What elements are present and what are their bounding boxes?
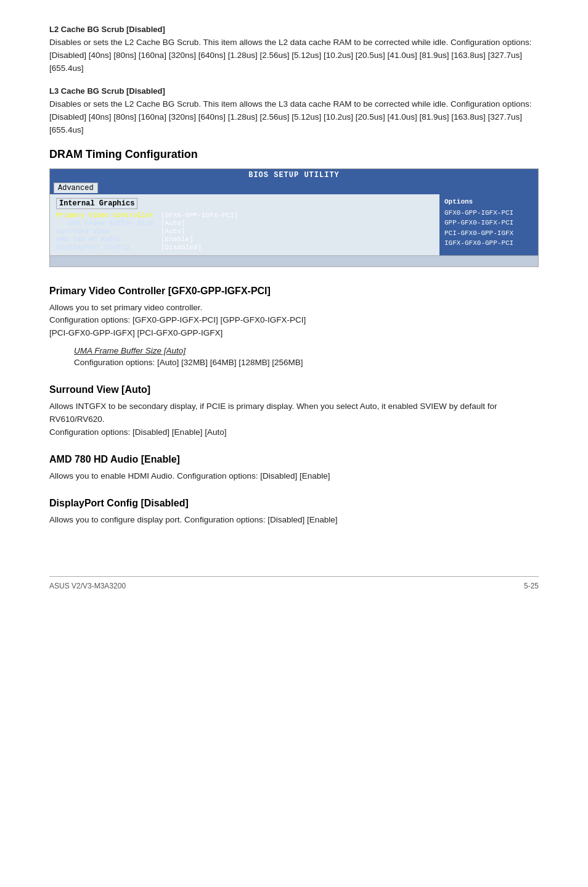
l3-cache-section: L3 Cache BG Scrub [Disabled] Disables or… <box>49 86 539 137</box>
bios-title-bar: BIOS SETUP UTILITY <box>50 169 538 181</box>
bios-row-label-3: AMD 780 HD Audio <box>56 236 161 243</box>
bios-row-label-0: Primary Video Controller <box>56 212 161 219</box>
amd-audio-body: Allows you to enable HDMI Audio. Configu… <box>49 470 539 483</box>
bios-rows: Primary Video Controller [GFX0-GPP-IGFX-… <box>56 212 433 251</box>
bios-section-title: Internal Graphics <box>56 198 137 209</box>
surround-view-heading: Surround View [Auto] <box>49 384 539 395</box>
displayport-section: DisplayPort Config [Disabled] Allows you… <box>49 498 539 527</box>
bios-row-value-1: [Auto] <box>161 220 186 227</box>
footer-right: 5-25 <box>524 582 539 590</box>
bios-row-label-4: DisplayPort Config <box>56 244 161 251</box>
bios-right-panel: Options GFX0-GPP-IGFX-PCI GPP-GFX0-IGFX-… <box>439 194 538 255</box>
primary-video-body: Allows you to set primary video controll… <box>49 302 539 340</box>
bios-option-2: PCI-GFX0-GPP-IGFX <box>444 228 533 239</box>
footer: ASUS V2/V3-M3A3200 5-25 <box>49 582 539 590</box>
bios-options-title: Options <box>444 198 533 205</box>
amd-audio-heading: AMD 780 HD Audio [Enable] <box>49 454 539 465</box>
bios-row-4[interactable]: DisplayPort Config [Disabled] <box>56 244 433 251</box>
bios-row-label-2: Surround View <box>56 228 161 235</box>
bios-row-3[interactable]: AMD 780 HD Audio [Enable] <box>56 236 433 243</box>
bios-row-label-1: UMA Frame Buffer Size <box>56 220 161 227</box>
amd-audio-section: AMD 780 HD Audio [Enable] Allows you to … <box>49 454 539 483</box>
primary-video-section: Primary Video Controller [GFX0-GPP-IGFX-… <box>49 286 539 370</box>
bios-row-value-2: [Auto] <box>161 228 186 235</box>
bios-option-1: GPP-GFX0-IGFX-PCI <box>444 218 533 228</box>
bios-content: Internal Graphics Primary Video Controll… <box>50 194 538 255</box>
bios-row-0[interactable]: Primary Video Controller [GFX0-GPP-IGFX-… <box>56 212 433 219</box>
primary-video-heading: Primary Video Controller [GFX0-GPP-IGFX-… <box>49 286 539 297</box>
bios-nav-advanced[interactable]: Advanced <box>54 183 98 193</box>
bios-option-0: GFX0-GPP-IGFX-PCI <box>444 208 533 218</box>
uma-frame-subsection: UMA Frame Buffer Size [Auto] Configurati… <box>49 346 539 369</box>
bios-nav: Advanced <box>50 181 538 194</box>
bios-bottom-wave <box>50 255 538 266</box>
dram-timing-section: DRAM Timing Configuration BIOS SETUP UTI… <box>49 148 539 267</box>
bios-row-value-3: [Enable] <box>161 236 194 243</box>
bios-left-panel: Internal Graphics Primary Video Controll… <box>50 194 439 255</box>
bios-option-3: IGFX-GFX0-GPP-PCI <box>444 238 533 249</box>
l2-cache-body: Disables or sets the L2 Cache BG Scrub. … <box>49 36 539 75</box>
displayport-body: Allows you to configure display port. Co… <box>49 514 539 527</box>
l2-cache-label: L2 Cache BG Scrub [Disabled] <box>49 25 539 34</box>
bios-row-value-0: [GFX0-GPP-IGFX-PCI] <box>161 212 238 219</box>
bios-row-2[interactable]: Surround View [Auto] <box>56 228 433 235</box>
surround-view-section: Surround View [Auto] Allows INTGFX to be… <box>49 384 539 439</box>
dram-heading: DRAM Timing Configuration <box>49 148 539 161</box>
uma-frame-body: Configuration options: [Auto] [32MB] [64… <box>49 357 539 369</box>
footer-left: ASUS V2/V3-M3A3200 <box>49 582 126 590</box>
uma-frame-label: UMA Frame Buffer Size [Auto] <box>49 346 539 355</box>
bios-row-1[interactable]: UMA Frame Buffer Size [Auto] <box>56 220 433 227</box>
footer-divider <box>49 576 539 577</box>
l3-cache-label: L3 Cache BG Scrub [Disabled] <box>49 86 539 96</box>
l3-cache-body: Disables or sets the L2 Cache BG Scrub. … <box>49 98 539 137</box>
bios-setup-box: BIOS SETUP UTILITY Advanced Internal Gra… <box>49 168 539 267</box>
displayport-heading: DisplayPort Config [Disabled] <box>49 498 539 509</box>
surround-view-body: Allows INTGFX to be secondary display, i… <box>49 400 539 439</box>
bios-row-value-4: [Disabled] <box>161 244 202 251</box>
l2-cache-section: L2 Cache BG Scrub [Disabled] Disables or… <box>49 25 539 75</box>
